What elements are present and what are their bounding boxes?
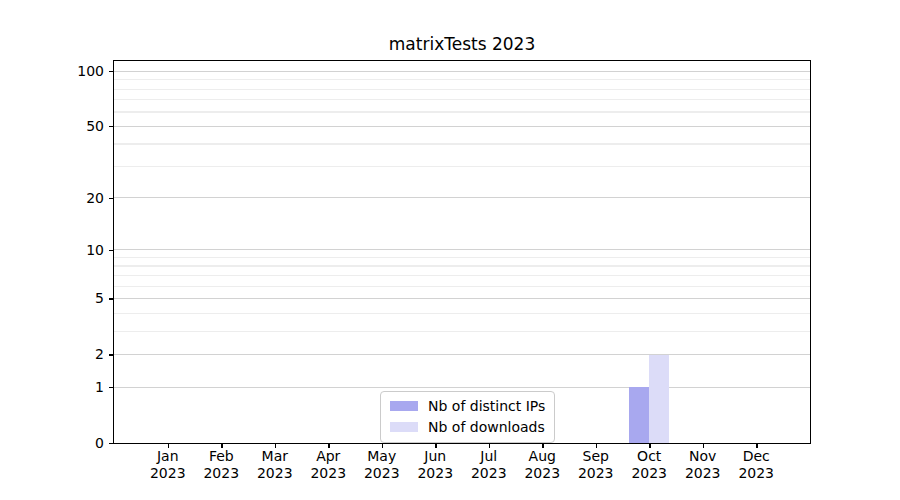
x-tick-label: Aug2023 xyxy=(512,448,572,481)
legend-item: Nb of distinct IPs xyxy=(390,398,545,414)
x-tick-year: 2023 xyxy=(352,465,412,482)
x-tick-label: Mar2023 xyxy=(245,448,305,481)
bar-oct-series0 xyxy=(629,387,649,443)
x-tick-month: Dec xyxy=(726,448,786,465)
x-tick-month: Mar xyxy=(245,448,305,465)
gridline-major xyxy=(114,387,810,388)
bar-oct-series1 xyxy=(649,355,669,443)
gridline-major xyxy=(114,354,810,355)
legend-swatch xyxy=(390,422,418,432)
gridline-major xyxy=(114,126,810,127)
x-tick-label: Oct2023 xyxy=(619,448,679,481)
gridline-minor xyxy=(114,265,810,266)
y-tick-mark xyxy=(109,354,113,355)
gridline-major xyxy=(114,298,810,299)
y-tick-mark xyxy=(109,298,113,299)
gridline-minor xyxy=(114,275,810,276)
x-tick-label: Sep2023 xyxy=(566,448,626,481)
gridline-minor xyxy=(114,313,810,314)
y-tick-mark xyxy=(109,387,113,388)
figure: matrixTests 2023 Nb of distinct IPsNb of… xyxy=(0,0,900,500)
x-tick-label: May2023 xyxy=(352,448,412,481)
x-tick-year: 2023 xyxy=(405,465,465,482)
x-tick-month: Sep xyxy=(566,448,626,465)
gridline-major xyxy=(114,197,810,198)
gridline-minor xyxy=(114,331,810,332)
gridline-minor xyxy=(114,111,810,112)
x-tick-month: Oct xyxy=(619,448,679,465)
plot-area: Nb of distinct IPsNb of downloads xyxy=(113,60,811,444)
x-tick-label: Dec2023 xyxy=(726,448,786,481)
x-tick-year: 2023 xyxy=(459,465,519,482)
x-tick-month: May xyxy=(352,448,412,465)
x-tick-month: Jul xyxy=(459,448,519,465)
y-tick-mark xyxy=(109,250,113,251)
gridline-minor xyxy=(114,143,810,144)
gridline-minor xyxy=(114,99,810,100)
legend-swatch xyxy=(390,401,418,411)
x-tick-month: Jan xyxy=(138,448,198,465)
x-tick-label: Apr2023 xyxy=(298,448,358,481)
x-tick-label: Jul2023 xyxy=(459,448,519,481)
x-tick-month: Nov xyxy=(673,448,733,465)
y-tick-mark xyxy=(109,126,113,127)
y-tick-label: 20 xyxy=(38,190,104,204)
x-tick-year: 2023 xyxy=(138,465,198,482)
gridline-minor xyxy=(114,257,810,258)
gridline-major xyxy=(114,71,810,72)
x-tick-month: Apr xyxy=(298,448,358,465)
y-tick-mark xyxy=(109,71,113,72)
x-tick-year: 2023 xyxy=(566,465,626,482)
gridline-minor xyxy=(114,286,810,287)
gridline-minor xyxy=(114,89,810,90)
y-tick-label: 10 xyxy=(38,242,104,256)
gridline-minor xyxy=(114,166,810,167)
y-tick-label: 0 xyxy=(38,435,104,449)
y-tick-label: 1 xyxy=(38,380,104,394)
x-tick-year: 2023 xyxy=(619,465,679,482)
chart-title: matrixTests 2023 xyxy=(113,34,811,54)
x-tick-month: Feb xyxy=(191,448,251,465)
y-tick-mark xyxy=(109,443,113,444)
x-tick-label: Nov2023 xyxy=(673,448,733,481)
x-tick-year: 2023 xyxy=(191,465,251,482)
legend-item: Nb of downloads xyxy=(390,419,545,435)
x-tick-month: Aug xyxy=(512,448,572,465)
legend-label: Nb of distinct IPs xyxy=(428,398,545,414)
gridline-minor xyxy=(114,79,810,80)
legend: Nb of distinct IPsNb of downloads xyxy=(380,391,555,443)
y-tick-label: 5 xyxy=(38,291,104,305)
legend-label: Nb of downloads xyxy=(428,419,545,435)
x-tick-month: Jun xyxy=(405,448,465,465)
x-tick-year: 2023 xyxy=(512,465,572,482)
x-tick-label: Jun2023 xyxy=(405,448,465,481)
y-tick-label: 100 xyxy=(38,64,104,78)
x-tick-year: 2023 xyxy=(726,465,786,482)
x-tick-year: 2023 xyxy=(298,465,358,482)
x-tick-year: 2023 xyxy=(245,465,305,482)
x-tick-label: Jan2023 xyxy=(138,448,198,481)
y-tick-label: 50 xyxy=(38,119,104,133)
gridline-major xyxy=(114,249,810,250)
y-tick-label: 2 xyxy=(38,347,104,361)
x-tick-label: Feb2023 xyxy=(191,448,251,481)
x-tick-year: 2023 xyxy=(673,465,733,482)
y-tick-mark xyxy=(109,198,113,199)
